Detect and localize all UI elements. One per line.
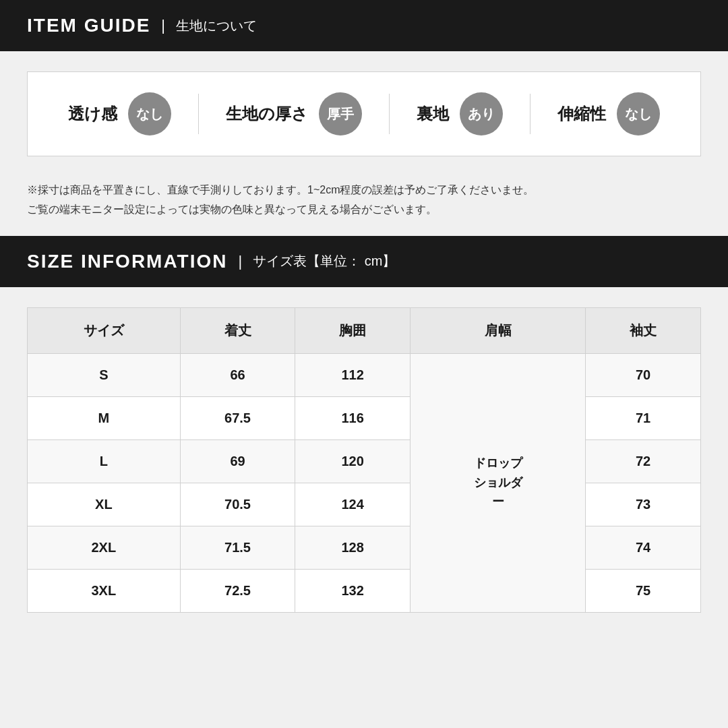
size-2xl: 2XL (28, 526, 181, 569)
size-3xl: 3XL (28, 569, 181, 612)
col-header-shoulder: 肩幅 (411, 307, 586, 353)
item-guide-title: ITEM GUIDE (27, 15, 150, 36)
table-header-row: サイズ 着丈 胸囲 肩幅 袖丈 (28, 307, 701, 353)
item-guide-subtitle: 生地について (176, 17, 257, 35)
fabric-divider-2 (389, 94, 390, 134)
chest-l: 120 (295, 439, 411, 483)
table-row: 2XL 71.5 128 74 (28, 526, 701, 569)
notes-section: ※採寸は商品を平置きにし、直線で手測りしております。1~2cm程度の誤差は予めご… (0, 170, 728, 236)
table-row: XL 70.5 124 73 (28, 483, 701, 526)
col-header-sleeve: 袖丈 (586, 307, 701, 353)
fabric-badge-lining: あり (460, 92, 503, 135)
fabric-label-transparency: 透け感 (68, 103, 117, 125)
col-header-length: 着丈 (180, 307, 295, 353)
fabric-label-stretch: 伸縮性 (557, 103, 606, 125)
chest-xl: 124 (295, 483, 411, 526)
fabric-item-lining: 裏地 あり (417, 92, 503, 135)
fabric-divider-1 (198, 94, 199, 134)
table-row: S 66 112 ドロップショルダー 70 (28, 353, 701, 396)
sleeve-xl: 73 (586, 483, 701, 526)
fabric-item-transparency: 透け感 なし (68, 92, 171, 135)
fabric-section: 透け感 なし 生地の厚さ 厚手 裏地 あり 伸縮性 なし (0, 51, 728, 170)
fabric-item-thickness: 生地の厚さ 厚手 (226, 92, 362, 135)
length-3xl: 72.5 (180, 569, 295, 612)
item-guide-header: ITEM GUIDE | 生地について (0, 0, 728, 51)
table-row: 3XL 72.5 132 75 (28, 569, 701, 612)
size-xl: XL (28, 483, 181, 526)
item-guide-divider: | (161, 17, 165, 34)
length-l: 69 (180, 439, 295, 483)
length-s: 66 (180, 353, 295, 396)
page-container: ITEM GUIDE | 生地について 透け感 なし 生地の厚さ 厚手 裏地 あ… (0, 0, 728, 728)
size-info-subtitle: サイズ表【単位： cm】 (253, 252, 396, 270)
shoulder-s: ドロップショルダー (411, 353, 586, 612)
length-2xl: 71.5 (180, 526, 295, 569)
note-text-1: ※採寸は商品を平置きにし、直線で手測りしております。1~2cm程度の誤差は予めご… (27, 181, 701, 200)
size-table: サイズ 着丈 胸囲 肩幅 袖丈 S 66 112 ドロップショルダー 70 M (27, 307, 701, 613)
chest-m: 116 (295, 396, 411, 439)
fabric-badge-transparency: なし (128, 92, 171, 135)
fabric-label-lining: 裏地 (417, 103, 449, 125)
fabric-badge-stretch: なし (617, 92, 660, 135)
fabric-label-thickness: 生地の厚さ (226, 103, 308, 125)
sleeve-l: 72 (586, 439, 701, 483)
sleeve-m: 71 (586, 396, 701, 439)
table-section: サイズ 着丈 胸囲 肩幅 袖丈 S 66 112 ドロップショルダー 70 M (0, 287, 728, 633)
note-text-2: ご覧の端末モニター設定によっては実物の色味と異なって見える場合がございます。 (27, 200, 701, 220)
size-info-title: SIZE INFORMATION (27, 251, 227, 272)
fabric-box: 透け感 なし 生地の厚さ 厚手 裏地 あり 伸縮性 なし (27, 71, 701, 156)
table-row: M 67.5 116 71 (28, 396, 701, 439)
length-xl: 70.5 (180, 483, 295, 526)
sleeve-2xl: 74 (586, 526, 701, 569)
chest-2xl: 128 (295, 526, 411, 569)
size-l: L (28, 439, 181, 483)
fabric-item-stretch: 伸縮性 なし (557, 92, 660, 135)
size-m: M (28, 396, 181, 439)
size-info-header: SIZE INFORMATION | サイズ表【単位： cm】 (0, 236, 728, 287)
col-header-chest: 胸囲 (295, 307, 411, 353)
chest-3xl: 132 (295, 569, 411, 612)
sleeve-3xl: 75 (586, 569, 701, 612)
col-header-size: サイズ (28, 307, 181, 353)
sleeve-s: 70 (586, 353, 701, 396)
table-row: L 69 120 72 (28, 439, 701, 483)
fabric-divider-3 (530, 94, 530, 134)
size-info-divider: | (238, 253, 242, 270)
size-s: S (28, 353, 181, 396)
length-m: 67.5 (180, 396, 295, 439)
chest-s: 112 (295, 353, 411, 396)
fabric-badge-thickness: 厚手 (319, 92, 362, 135)
